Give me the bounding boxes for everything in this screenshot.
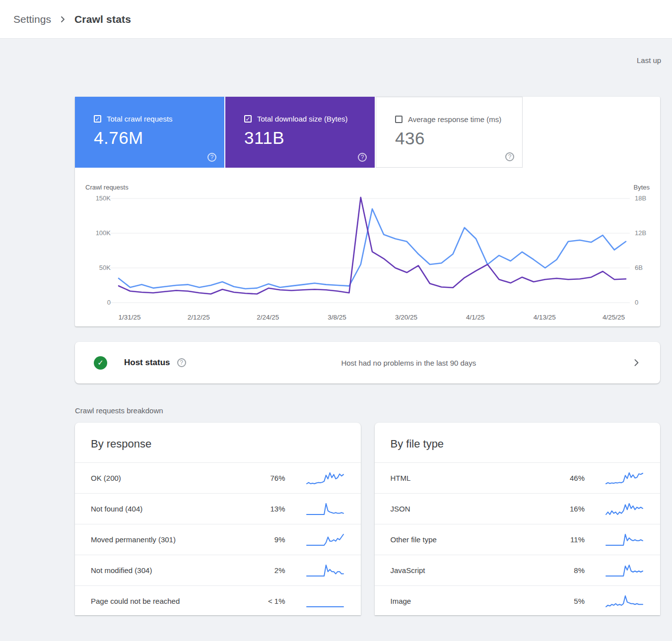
- row-label: Moved permanently (301): [91, 535, 260, 544]
- row-percent: 2%: [260, 566, 285, 575]
- row-label: JavaScript: [391, 566, 559, 575]
- table-row[interactable]: HTML46%: [375, 462, 661, 493]
- host-status-message: Host had no problems in the last 90 days: [186, 359, 631, 367]
- row-percent: 16%: [559, 505, 585, 513]
- metric-tab-total-crawl-requests[interactable]: Total crawl requests 4.76M ?: [75, 97, 224, 168]
- row-sparkline: [305, 594, 345, 608]
- breakdown-section-title: Crawl requests breakdown: [75, 406, 660, 415]
- svg-text:100K: 100K: [96, 229, 111, 237]
- checkbox-checked-icon[interactable]: [94, 115, 101, 123]
- crawl-requests-line-chart: 150K18B100K12B50K6B00Crawl requestsBytes…: [75, 168, 660, 326]
- row-sparkline: [305, 471, 345, 485]
- svg-text:1/31/25: 1/31/25: [118, 314, 140, 321]
- checkbox-checked-icon[interactable]: [244, 115, 252, 123]
- by-response-title: By response: [75, 423, 361, 462]
- row-sparkline: [605, 533, 644, 547]
- svg-text:2/12/25: 2/12/25: [188, 314, 210, 321]
- table-row[interactable]: Not modified (304)2%: [75, 555, 361, 585]
- row-percent: 76%: [260, 474, 285, 482]
- row-label: Not found (404): [91, 505, 260, 513]
- row-sparkline: [605, 502, 644, 516]
- row-sparkline: [305, 564, 345, 577]
- metric-value: 311B: [244, 128, 363, 148]
- svg-text:Crawl requests: Crawl requests: [85, 184, 129, 191]
- by-file-type-title: By file type: [375, 423, 661, 462]
- table-row[interactable]: Not found (404)13%: [75, 493, 361, 524]
- help-icon[interactable]: ?: [207, 153, 216, 162]
- table-row[interactable]: Other file type11%: [375, 524, 661, 555]
- row-percent: 9%: [260, 535, 285, 544]
- row-percent: 46%: [559, 474, 585, 482]
- host-status-card[interactable]: ✓ Host status ? Host had no problems in …: [75, 342, 660, 384]
- row-percent: < 1%: [260, 597, 285, 605]
- breakdown-grid: By response OK (200)76%Not found (404)13…: [75, 423, 660, 615]
- svg-text:4/13/25: 4/13/25: [534, 314, 556, 321]
- svg-text:18B: 18B: [635, 194, 646, 202]
- help-icon[interactable]: ?: [177, 358, 186, 367]
- row-sparkline: [605, 471, 644, 485]
- svg-text:12B: 12B: [635, 229, 646, 237]
- row-label: OK (200): [91, 474, 260, 482]
- metric-value: 436: [395, 128, 510, 148]
- row-label: Page could not be reached: [91, 597, 260, 605]
- line-chart-svg: 150K18B100K12B50K6B00Crawl requestsBytes…: [75, 168, 660, 324]
- svg-text:4/1/25: 4/1/25: [466, 314, 485, 321]
- row-percent: 8%: [559, 566, 585, 575]
- checkbox-unchecked-icon[interactable]: [395, 116, 403, 123]
- row-label: Not modified (304): [91, 566, 260, 575]
- metric-tabs: Total crawl requests 4.76M ? Total downl…: [75, 97, 660, 168]
- page-title: Crawl stats: [74, 13, 131, 25]
- metric-tab-total-download-size[interactable]: Total download size (Bytes) 311B ?: [225, 97, 375, 168]
- chevron-right-icon: [60, 15, 66, 23]
- table-row[interactable]: Moved permanently (301)9%: [75, 524, 361, 555]
- by-response-card: By response OK (200)76%Not found (404)13…: [75, 423, 361, 615]
- row-percent: 13%: [260, 505, 285, 513]
- metric-label: Average response time (ms): [408, 115, 501, 124]
- metric-tab-average-response-time[interactable]: Average response time (ms) 436 ?: [376, 97, 523, 168]
- svg-text:50K: 50K: [99, 264, 111, 271]
- last-updated-text: Last up: [637, 56, 661, 64]
- table-row[interactable]: Image5%: [375, 585, 661, 615]
- svg-text:3/20/25: 3/20/25: [395, 314, 417, 321]
- svg-text:2/24/25: 2/24/25: [257, 314, 279, 321]
- row-label: Image: [391, 597, 559, 605]
- by-file-type-card: By file type HTML46%JSON16%Other file ty…: [375, 423, 661, 615]
- metric-value: 4.76M: [94, 128, 212, 148]
- svg-text:3/8/25: 3/8/25: [328, 314, 346, 321]
- metric-label: Total crawl requests: [107, 115, 173, 123]
- metric-label: Total download size (Bytes): [257, 115, 348, 123]
- help-icon[interactable]: ?: [505, 152, 514, 161]
- table-row[interactable]: JSON16%: [375, 493, 661, 524]
- row-sparkline: [605, 564, 644, 577]
- row-label: HTML: [391, 474, 559, 482]
- svg-text:6B: 6B: [635, 264, 643, 271]
- svg-text:0: 0: [107, 299, 111, 306]
- crawl-requests-chart-card: Total crawl requests 4.76M ? Total downl…: [75, 97, 660, 326]
- host-status-label: Host status: [124, 358, 170, 368]
- breadcrumb: Settings Crawl stats: [0, 0, 672, 39]
- table-row[interactable]: Page could not be reached< 1%: [75, 585, 361, 615]
- svg-text:0: 0: [635, 299, 638, 306]
- svg-text:4/25/25: 4/25/25: [603, 314, 625, 321]
- row-percent: 5%: [559, 597, 585, 605]
- help-icon[interactable]: ?: [358, 153, 367, 162]
- table-row[interactable]: OK (200)76%: [75, 462, 361, 493]
- svg-text:150K: 150K: [96, 194, 111, 202]
- breadcrumb-settings[interactable]: Settings: [13, 13, 51, 25]
- status-ok-check-icon: ✓: [94, 356, 107, 370]
- row-sparkline: [605, 594, 644, 608]
- row-label: Other file type: [391, 535, 559, 544]
- row-label: JSON: [391, 505, 559, 513]
- table-row[interactable]: JavaScript8%: [375, 555, 661, 585]
- row-percent: 11%: [559, 535, 585, 544]
- svg-text:Bytes: Bytes: [633, 184, 650, 191]
- row-sparkline: [305, 502, 345, 516]
- crawl-stats-page: Settings Crawl stats Last up Total crawl…: [0, 0, 672, 641]
- row-sparkline: [305, 533, 345, 547]
- chevron-right-icon[interactable]: [631, 358, 641, 368]
